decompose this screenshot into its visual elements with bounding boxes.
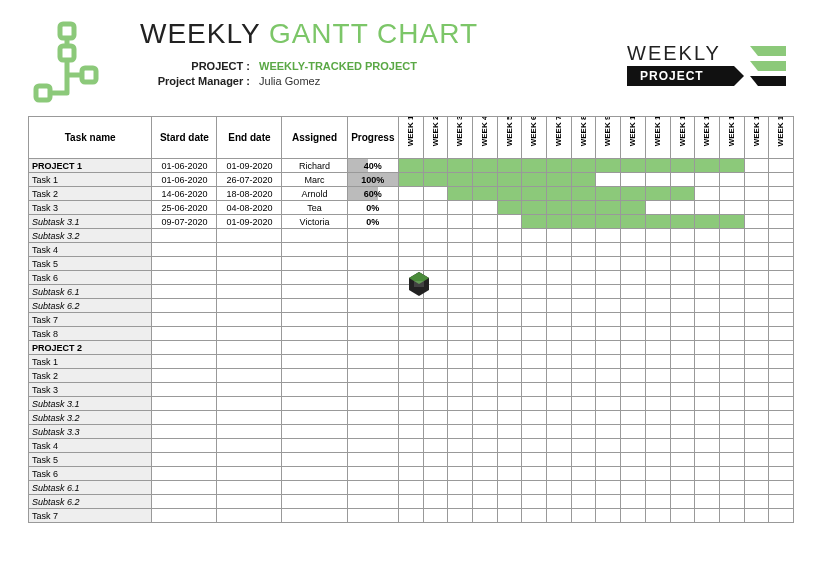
end-cell[interactable] xyxy=(217,327,282,341)
assigned-cell[interactable] xyxy=(282,369,347,383)
task-name-cell[interactable]: Task 2 xyxy=(29,187,152,201)
gantt-cell[interactable] xyxy=(399,411,424,425)
gantt-cell[interactable] xyxy=(645,355,670,369)
gantt-cell[interactable] xyxy=(399,341,424,355)
gantt-cell[interactable] xyxy=(399,159,424,173)
gantt-cell[interactable] xyxy=(522,229,547,243)
gantt-cell[interactable] xyxy=(473,509,498,523)
gantt-cell[interactable] xyxy=(497,313,522,327)
gantt-cell[interactable] xyxy=(547,327,572,341)
gantt-cell[interactable] xyxy=(399,299,424,313)
gantt-cell[interactable] xyxy=(571,159,596,173)
gantt-cell[interactable] xyxy=(423,159,448,173)
progress-cell[interactable] xyxy=(347,467,399,481)
gantt-cell[interactable] xyxy=(670,285,695,299)
start-cell[interactable] xyxy=(152,313,217,327)
gantt-cell[interactable] xyxy=(448,201,473,215)
gantt-cell[interactable] xyxy=(769,369,794,383)
gantt-cell[interactable] xyxy=(473,327,498,341)
gantt-cell[interactable] xyxy=(596,201,621,215)
gantt-cell[interactable] xyxy=(448,327,473,341)
gantt-cell[interactable] xyxy=(769,453,794,467)
gantt-cell[interactable] xyxy=(645,229,670,243)
gantt-cell[interactable] xyxy=(744,341,769,355)
end-cell[interactable] xyxy=(217,481,282,495)
assigned-cell[interactable] xyxy=(282,425,347,439)
gantt-cell[interactable] xyxy=(670,467,695,481)
gantt-cell[interactable] xyxy=(670,453,695,467)
task-name-cell[interactable]: Subtask 3.2 xyxy=(29,229,152,243)
gantt-cell[interactable] xyxy=(769,411,794,425)
gantt-cell[interactable] xyxy=(473,481,498,495)
end-cell[interactable] xyxy=(217,285,282,299)
gantt-cell[interactable] xyxy=(473,355,498,369)
gantt-cell[interactable] xyxy=(399,243,424,257)
gantt-cell[interactable] xyxy=(423,467,448,481)
end-cell[interactable] xyxy=(217,425,282,439)
gantt-cell[interactable] xyxy=(769,383,794,397)
progress-cell[interactable]: 100% xyxy=(347,173,399,187)
gantt-cell[interactable] xyxy=(547,201,572,215)
gantt-cell[interactable] xyxy=(473,271,498,285)
gantt-cell[interactable] xyxy=(547,187,572,201)
assigned-cell[interactable] xyxy=(282,453,347,467)
gantt-cell[interactable] xyxy=(695,187,720,201)
gantt-cell[interactable] xyxy=(522,453,547,467)
gantt-cell[interactable] xyxy=(571,187,596,201)
gantt-cell[interactable] xyxy=(621,187,646,201)
gantt-cell[interactable] xyxy=(448,425,473,439)
gantt-cell[interactable] xyxy=(497,425,522,439)
gantt-cell[interactable] xyxy=(719,187,744,201)
gantt-cell[interactable] xyxy=(497,495,522,509)
gantt-cell[interactable] xyxy=(497,509,522,523)
end-cell[interactable] xyxy=(217,509,282,523)
end-cell[interactable] xyxy=(217,271,282,285)
gantt-cell[interactable] xyxy=(769,159,794,173)
start-cell[interactable]: 01-06-2020 xyxy=(152,173,217,187)
gantt-cell[interactable] xyxy=(399,313,424,327)
gantt-cell[interactable] xyxy=(719,313,744,327)
gantt-cell[interactable] xyxy=(596,425,621,439)
end-cell[interactable] xyxy=(217,257,282,271)
gantt-cell[interactable] xyxy=(497,467,522,481)
gantt-cell[interactable] xyxy=(473,159,498,173)
gantt-cell[interactable] xyxy=(596,341,621,355)
end-cell[interactable]: 04-08-2020 xyxy=(217,201,282,215)
end-cell[interactable]: 01-09-2020 xyxy=(217,215,282,229)
gantt-cell[interactable] xyxy=(522,439,547,453)
gantt-cell[interactable] xyxy=(744,243,769,257)
gantt-cell[interactable] xyxy=(670,187,695,201)
task-name-cell[interactable]: Subtask 6.2 xyxy=(29,495,152,509)
gantt-cell[interactable] xyxy=(571,285,596,299)
gantt-cell[interactable] xyxy=(719,383,744,397)
gantt-cell[interactable] xyxy=(695,327,720,341)
gantt-cell[interactable] xyxy=(621,495,646,509)
gantt-cell[interactable] xyxy=(448,383,473,397)
gantt-cell[interactable] xyxy=(547,159,572,173)
progress-cell[interactable] xyxy=(347,285,399,299)
gantt-cell[interactable] xyxy=(695,355,720,369)
start-cell[interactable] xyxy=(152,299,217,313)
gantt-cell[interactable] xyxy=(769,285,794,299)
start-cell[interactable] xyxy=(152,271,217,285)
gantt-cell[interactable] xyxy=(423,397,448,411)
assigned-cell[interactable]: Victoria xyxy=(282,215,347,229)
assigned-cell[interactable] xyxy=(282,257,347,271)
gantt-cell[interactable] xyxy=(448,271,473,285)
task-name-cell[interactable]: Task 1 xyxy=(29,173,152,187)
gantt-cell[interactable] xyxy=(645,411,670,425)
gantt-cell[interactable] xyxy=(695,313,720,327)
gantt-cell[interactable] xyxy=(719,299,744,313)
gantt-cell[interactable] xyxy=(744,229,769,243)
progress-cell[interactable] xyxy=(347,453,399,467)
start-cell[interactable] xyxy=(152,467,217,481)
gantt-cell[interactable] xyxy=(719,481,744,495)
gantt-cell[interactable] xyxy=(596,453,621,467)
gantt-cell[interactable] xyxy=(547,271,572,285)
gantt-cell[interactable] xyxy=(399,369,424,383)
gantt-cell[interactable] xyxy=(621,481,646,495)
gantt-cell[interactable] xyxy=(621,327,646,341)
start-cell[interactable] xyxy=(152,397,217,411)
gantt-cell[interactable] xyxy=(769,187,794,201)
gantt-cell[interactable] xyxy=(423,495,448,509)
